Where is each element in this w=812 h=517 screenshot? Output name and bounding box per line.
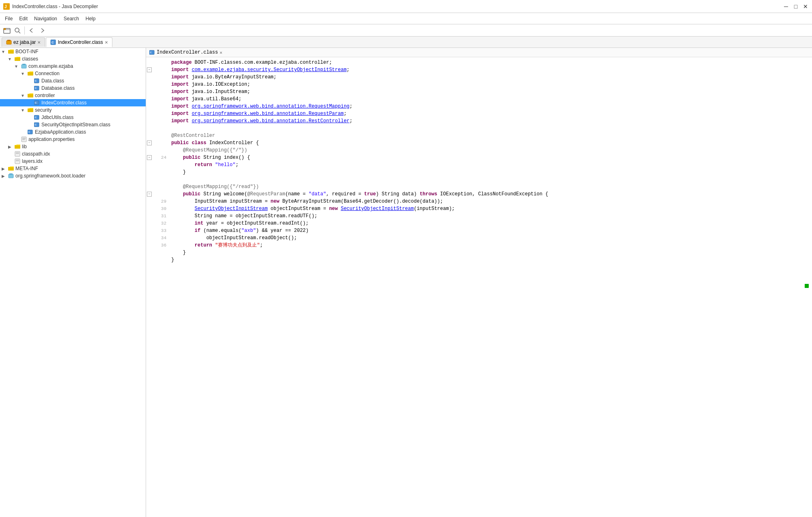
expand-controller[interactable]: ▼: [19, 93, 26, 98]
editor-blank-area: [146, 264, 812, 426]
node-label-layers: layers.idx: [22, 158, 43, 164]
code-line-ann-mapping1: @RequestMapping({"/"}): [146, 147, 812, 154]
code-line-package: package BOOT-INF.classes.com.example.ezj…: [146, 59, 812, 66]
menu-bar: File Edit Navigation Search Help: [0, 13, 812, 24]
folder-icon-3: [27, 70, 34, 77]
code-line-method-index: − 24 public String index() {: [146, 154, 812, 161]
properties-icon: [21, 136, 27, 143]
expand-classes[interactable]: ▼: [6, 57, 13, 61]
code-line-blank-1: [146, 125, 812, 132]
code-line-import-2: import java.io.IOException;: [146, 81, 812, 88]
menu-search[interactable]: Search: [60, 15, 82, 23]
minimize-button[interactable]: ─: [783, 3, 789, 10]
tree-node-controller[interactable]: ▼ controller: [0, 92, 146, 99]
tab-indexcontroller[interactable]: C IndexController.class ✕: [46, 37, 112, 47]
tab-ezjaba-close[interactable]: ✕: [37, 40, 41, 45]
svg-text:C: C: [28, 131, 30, 133]
tree-node-database-class[interactable]: C Database.class: [0, 84, 146, 92]
editor-class-icon: C: [149, 50, 155, 55]
expand-boot-inf[interactable]: ▼: [0, 50, 6, 54]
code-line-class-decl: − public class IndexController {: [146, 139, 812, 147]
code-content: package BOOT-INF.classes.com.example.ezj…: [146, 57, 812, 428]
tree-node-jdbcutils[interactable]: C JdbcUtils.class: [0, 114, 146, 121]
code-line-31: 31 String name = objectInputStream.readU…: [146, 212, 812, 220]
fold-import-button[interactable]: −: [147, 67, 152, 72]
node-label-jdbcutils: JdbcUtils.class: [41, 115, 73, 120]
tree-node-layers[interactable]: layers.idx: [0, 158, 146, 165]
tree-node-data-class[interactable]: C Data.class: [0, 77, 146, 84]
sidebar: ▼ BOOT-INF ▼ classes ▼ com.example.ezjab: [0, 48, 146, 517]
code-line-method-welcome: − public String welcome(@RequestParam(na…: [146, 190, 812, 198]
node-label-lib: lib: [22, 144, 27, 149]
editor-close-icon[interactable]: ✕: [220, 50, 222, 55]
svg-text:J: J: [4, 4, 7, 9]
menu-help[interactable]: Help: [82, 15, 99, 23]
tree-node-com-example[interactable]: ▼ com.example.ezjaba: [0, 63, 146, 70]
svg-text:C: C: [52, 41, 54, 44]
menu-file[interactable]: File: [2, 15, 16, 23]
menu-edit[interactable]: Edit: [16, 15, 31, 23]
code-line-blank-2: [146, 176, 812, 183]
tree-node-springframework[interactable]: ▶ org.springframework.boot.loader: [0, 172, 146, 180]
tab-indexcontroller-close[interactable]: ✕: [105, 40, 108, 45]
code-line-30: 30 SecurityObjectInpitStream objectInput…: [146, 205, 812, 212]
code-line-import-7: import org.springframework.web.bind.anno…: [146, 117, 812, 125]
node-label-classes: classes: [22, 56, 38, 62]
code-line-close-class: }: [146, 256, 812, 264]
code-editor[interactable]: C IndexController.class ✕ package BOOT-I…: [146, 48, 812, 517]
svg-line-5: [19, 32, 20, 33]
tree-node-lib[interactable]: ▶ lib: [0, 143, 146, 150]
expand-springframework[interactable]: ▶: [0, 174, 6, 178]
toolbar-forward-button[interactable]: [38, 26, 47, 35]
svg-rect-23: [28, 108, 33, 112]
tree-node-boot-inf[interactable]: ▼ BOOT-INF: [0, 48, 146, 55]
tree-node-ezjaba-app[interactable]: C EzjabaApplication.class: [0, 128, 146, 136]
window-controls: ─ □ ✕: [783, 3, 809, 10]
toolbar-back-button[interactable]: [27, 26, 36, 35]
code-line-import-6: import org.springframework.web.bind.anno…: [146, 110, 812, 117]
fold-class-button[interactable]: −: [147, 141, 152, 145]
tree-node-app-props[interactable]: application.properties: [0, 136, 146, 143]
tree-node-connection[interactable]: ▼ Connection: [0, 70, 146, 77]
expand-lib[interactable]: ▶: [6, 145, 13, 149]
code-line-33: 33 if (name.equals("axb") && year == 202…: [146, 227, 812, 234]
editor-header: C IndexController.class ✕: [146, 48, 812, 57]
menu-navigation[interactable]: Navigation: [31, 15, 60, 23]
expand-com-example[interactable]: ▼: [13, 64, 19, 69]
expand-connection[interactable]: ▼: [19, 71, 26, 76]
toolbar-separator: [24, 26, 25, 35]
maximize-button[interactable]: □: [793, 3, 799, 10]
folder-icon-4: [27, 92, 34, 99]
node-label-springframework: org.springframework.boot.loader: [15, 173, 86, 179]
code-line-32: 32 int year = objectInputStream.readInt(…: [146, 220, 812, 227]
tree-node-meta-inf[interactable]: ▶ META-INF: [0, 165, 146, 172]
node-label-controller: controller: [35, 93, 55, 98]
tree-node-indexcontroller[interactable]: C IndexController.class: [0, 99, 146, 106]
toolbar-open-button[interactable]: [2, 26, 11, 35]
expand-meta-inf[interactable]: ▶: [0, 167, 6, 171]
fold-method-welcome-button[interactable]: −: [147, 192, 152, 197]
node-label-indexcontroller: IndexController.class: [41, 100, 86, 106]
code-line-close-welcome: }: [146, 249, 812, 256]
toolbar-search-button[interactable]: [13, 26, 22, 35]
tab-ezjaba-jar[interactable]: ez jaba.jar ✕: [2, 37, 45, 47]
tree-node-classpath[interactable]: classpath.idx: [0, 150, 146, 158]
folder-icon: [8, 48, 14, 55]
code-line-import-3: import java.io.InputStream;: [146, 88, 812, 95]
code-line-29: 29 InputStream inputStream = new ByteArr…: [146, 198, 812, 205]
title-bar: J IndexController.class - Java Decompile…: [0, 0, 812, 13]
fold-method-index-button[interactable]: −: [147, 155, 152, 160]
tree-node-securityobject[interactable]: C SecurityObjectInpitStream.class: [0, 121, 146, 128]
tree-node-security[interactable]: ▼ security: [0, 106, 146, 114]
svg-rect-38: [15, 159, 20, 164]
svg-text:C: C: [35, 116, 37, 119]
svg-rect-13: [22, 64, 26, 65]
tree-node-classes[interactable]: ▼ classes: [0, 55, 146, 63]
expand-security[interactable]: ▼: [19, 108, 26, 112]
folder-icon-6: [14, 143, 21, 150]
code-line-import-5: import org.springframework.web.bind.anno…: [146, 103, 812, 110]
node-label-security: security: [35, 107, 52, 113]
close-button[interactable]: ✕: [802, 3, 809, 10]
class-file-icon: C: [34, 78, 40, 84]
node-label-com-example: com.example.ezjaba: [28, 63, 73, 69]
